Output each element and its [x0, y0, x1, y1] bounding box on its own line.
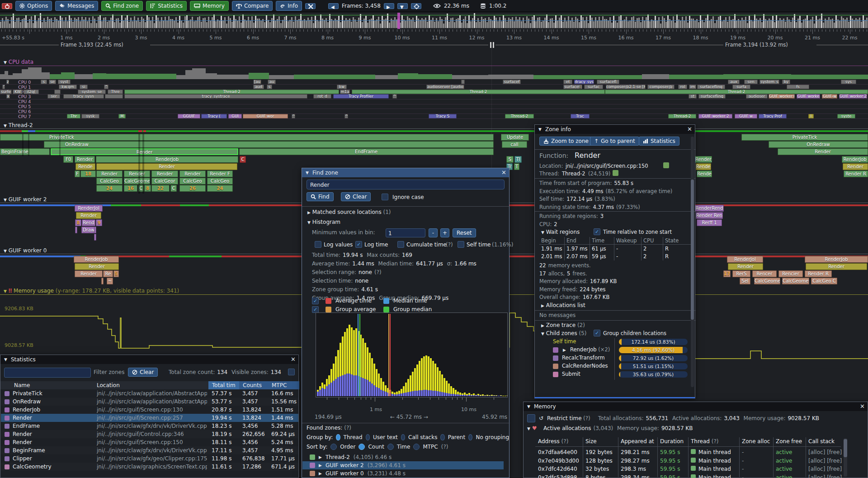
zone-chip[interactable]: RenderJol [695, 156, 712, 163]
self-time-checkbox[interactable] [458, 241, 464, 248]
zone-chip[interactable]: ^ [392, 94, 397, 99]
table-row[interactable]: BeginFramejni/../jni/src/claw/gfx/drv/vk… [1, 446, 298, 454]
zone-info-titlebar[interactable]: ▼Zone info✕ [535, 125, 695, 134]
call-stack-links[interactable]: [alloc] [free] [808, 474, 842, 478]
table-row[interactable]: Renderjni/../jni/src/guif/Control.cpp:34… [1, 430, 298, 438]
clear-button[interactable]: Clear [341, 192, 371, 201]
zone-chip[interactable]: GUI [228, 114, 242, 118]
frame-dropdown-button[interactable]: ▼ [397, 3, 408, 9]
zone-chip[interactable]: C [240, 156, 246, 163]
zone-chip[interactable]: Rencier [778, 270, 803, 277]
child-zone-name[interactable]: CalcRenderNodes [562, 363, 608, 369]
zone-chip[interactable]: GGUIF [178, 114, 200, 118]
column-header[interactable]: Duration [660, 438, 687, 445]
frame-minimap[interactable] [0, 13, 868, 29]
child-zone-name[interactable]: Self time [553, 338, 576, 345]
column-header[interactable]: Total tim [208, 381, 239, 389]
zone-chip[interactable]: EndFrame [239, 148, 494, 155]
zone-info-scrollbar[interactable] [691, 137, 694, 387]
zone-chip[interactable]: 16 [124, 185, 137, 192]
statistics-button[interactable]: Statistics [146, 1, 187, 11]
zone-chip[interactable]: 17 [723, 270, 731, 277]
zone-trace-row[interactable]: ▶ Zone trace (2) [541, 322, 585, 328]
zone-chip[interactable]: ^ [104, 85, 108, 89]
close-icon[interactable]: ✕ [687, 126, 692, 133]
zone-chip[interactable]: Render [696, 163, 711, 170]
column-header[interactable]: Counts [239, 381, 268, 389]
zone-chip[interactable]: RenderJob [842, 156, 868, 163]
info-button[interactable]: Info [276, 1, 302, 11]
zone-chip[interactable]: F [75, 170, 80, 177]
zone-chip[interactable]: CalcGeo [207, 178, 233, 185]
find-zone-titlebar[interactable]: ▼Find zone✕ [302, 168, 509, 177]
log-values-checkbox[interactable] [315, 241, 321, 248]
zone-chip[interactable]: Trac [571, 114, 590, 118]
messages-button[interactable]: Messages [55, 1, 98, 11]
zone-chip[interactable]: Render [151, 170, 178, 177]
restrict-time-checkbox[interactable] [527, 414, 535, 422]
zone-chip[interactable]: ser [47, 94, 60, 99]
thread-header[interactable]: ▼ GUIF worker 2 [4, 196, 47, 203]
wait-column-header[interactable]: Begin [541, 237, 564, 244]
zone-chip[interactable]: Tl [514, 156, 522, 163]
thread-cell[interactable]: Main thread [691, 466, 738, 472]
cpu-data-header[interactable]: ▼ CPU data [4, 59, 33, 65]
min-bin-input[interactable]: 1 [386, 228, 425, 237]
zone-chip[interactable]: 18 [80, 170, 96, 177]
wait-column-header[interactable]: Time [592, 237, 613, 244]
table-row[interactable]: CalcGeometryjni/../jni/src/claw/graphics… [1, 463, 298, 471]
zone-chip[interactable]: Render [75, 263, 119, 270]
zone-chip[interactable]: kw [337, 85, 347, 89]
radio-button[interactable] [401, 434, 405, 440]
zone-chip[interactable] [580, 85, 580, 89]
radio-button[interactable] [468, 434, 472, 440]
active-allocations-header[interactable]: ▼ ♥ [527, 425, 537, 431]
zone-chip[interactable]: ^ [344, 114, 348, 118]
zone-chip[interactable]: BeginFrame [0, 148, 50, 155]
thread-header[interactable]: ▼ GUIF worker 0 [4, 247, 47, 254]
radio-button[interactable] [336, 434, 340, 440]
stats-checkbox[interactable] [288, 369, 295, 375]
radio-button[interactable] [330, 444, 337, 450]
zone-chip[interactable]: GUIF wor [243, 114, 288, 118]
zone-chip[interactable]: GUIF-w [822, 94, 837, 99]
wait-column-header[interactable]: State [665, 237, 684, 244]
thread-cell[interactable]: Main thread [691, 449, 738, 455]
zone-chip[interactable]: s [267, 85, 272, 89]
zone-chip[interactable]: Render [75, 156, 95, 163]
zone-chip[interactable]: im [689, 85, 696, 89]
zone-chip[interactable]: Render [778, 148, 868, 155]
zone-chip[interactable]: Render [96, 163, 237, 170]
memory-titlebar[interactable]: ▼Memory✕ [524, 402, 868, 411]
zone-chip[interactable] [101, 278, 104, 284]
zone-statistics-button[interactable]: Statistics [639, 137, 679, 146]
close-icon[interactable]: ✕ [291, 356, 296, 363]
zone-chip[interactable]: Render [76, 212, 101, 219]
zone-chip[interactable]: CalcGeome [124, 178, 150, 185]
zone-chip[interactable]: RenderJol [727, 256, 763, 263]
child-zone-name[interactable]: RecalcTransform [562, 355, 605, 361]
column-header[interactable]: Appeared at [621, 438, 656, 445]
find-button[interactable]: Find [307, 192, 334, 201]
zone-chip[interactable]: T [514, 163, 519, 170]
child-zone-name[interactable]: Submit [562, 371, 580, 377]
zone-chip[interactable]: 26 [179, 185, 206, 192]
zone-chip[interactable]: system_se [78, 90, 106, 94]
ignore-case-checkbox[interactable] [382, 194, 388, 200]
zone-chip[interactable]: Render [179, 170, 206, 177]
plus-button[interactable]: + [440, 228, 449, 237]
column-header[interactable]: Size [585, 438, 617, 445]
zone-chip[interactable]: il2g( [24, 90, 39, 94]
zone-chip[interactable]: CalcGeomet [782, 278, 809, 284]
zone-chip[interactable]: Re [103, 270, 113, 277]
zone-chip[interactable]: aux [728, 80, 740, 84]
zone-chip[interactable]: se [49, 80, 56, 84]
zone-chip[interactable]: Rend [82, 219, 95, 226]
zone-chip[interactable]: m1a [340, 90, 350, 94]
zone-chip[interactable]: RenderJob [805, 256, 868, 263]
zone-chip[interactable]: si [80, 85, 88, 89]
power-button[interactable] [2, 3, 12, 9]
filter-input[interactable] [4, 368, 91, 378]
zone-chip[interactable]: Render [75, 270, 103, 277]
zone-chip[interactable]: S [506, 156, 514, 163]
